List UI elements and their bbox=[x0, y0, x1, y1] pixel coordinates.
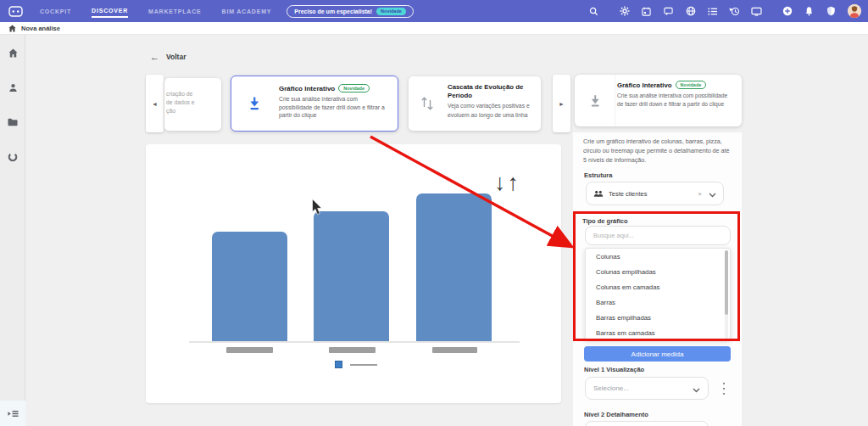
promo-novidade-badge: Novidade bbox=[376, 8, 406, 15]
nivel1-select[interactable]: Selecione... bbox=[585, 377, 709, 400]
mouse-cursor-icon bbox=[312, 199, 325, 221]
partial-line: de dados e bbox=[166, 98, 221, 107]
sidebar-user-icon[interactable] bbox=[0, 75, 25, 100]
chevron-right-icon: ► bbox=[559, 101, 565, 107]
chat-icon[interactable] bbox=[663, 6, 674, 17]
card-title: Gráfico Interativo bbox=[617, 81, 672, 89]
notifications-bell-icon[interactable] bbox=[804, 6, 815, 17]
download-icon bbox=[231, 76, 277, 131]
add-circle-icon[interactable] bbox=[782, 6, 793, 17]
history-icon[interactable] bbox=[729, 6, 740, 17]
card-title: Gráfico Interativo bbox=[279, 85, 335, 92]
estrutura-value: Teste clientes bbox=[609, 190, 647, 198]
partial-line: criação de bbox=[166, 90, 221, 98]
nivel2-select[interactable] bbox=[585, 421, 709, 426]
carousel-prev-button[interactable]: ◄ bbox=[146, 75, 164, 132]
chart-type-search-input[interactable] bbox=[585, 226, 731, 245]
promo-label: Preciso de um especialista! bbox=[294, 8, 372, 14]
back-arrow-icon: ← bbox=[150, 52, 159, 62]
left-sidebar bbox=[0, 35, 25, 426]
screen-share-icon[interactable] bbox=[751, 6, 762, 17]
estrutura-label: Estrutura bbox=[584, 171, 612, 179]
menu-marketplace[interactable]: MARKETPLACE bbox=[148, 5, 201, 17]
tick-placeholder bbox=[432, 347, 477, 353]
top-navbar: COCKPIT DISCOVER MARKETPLACE BIM ACADEMY… bbox=[0, 0, 868, 22]
breadcrumb-label[interactable]: Nova análise bbox=[21, 25, 60, 32]
tick-placeholder bbox=[329, 347, 376, 353]
user-avatar[interactable] bbox=[848, 4, 861, 18]
card-title: Cascata de Evolução de Período bbox=[448, 83, 536, 99]
menu-bim-academy[interactable]: BIM ACADEMY bbox=[222, 5, 272, 17]
app-root: COCKPIT DISCOVER MARKETPLACE BIM ACADEMY… bbox=[0, 0, 868, 426]
nivel1-placeholder: Selecione... bbox=[593, 384, 629, 392]
chevron-left-icon: ◄ bbox=[152, 101, 158, 107]
sort-direction-arrows: ↓↑ bbox=[494, 170, 520, 196]
nivel2-label: Nível 2 Detalhamento bbox=[584, 411, 648, 418]
chart-legend bbox=[335, 361, 377, 368]
legend-label-placeholder bbox=[350, 364, 377, 366]
estrutura-select[interactable]: Teste clientes × bbox=[586, 182, 724, 205]
template-card-cascata[interactable]: Cascata de Evolução de Período Veja como… bbox=[409, 76, 541, 131]
option-barras-em-camadas[interactable]: Barras em camadas bbox=[586, 325, 730, 340]
add-measure-button[interactable]: Adicionar medida bbox=[584, 346, 731, 362]
menu-discover[interactable]: DISCOVER bbox=[92, 4, 128, 18]
option-barras-empilhadas[interactable]: Barras empilhadas bbox=[586, 310, 730, 325]
tick-placeholder bbox=[226, 347, 273, 353]
back-label: Voltar bbox=[166, 53, 186, 61]
shield-icon[interactable] bbox=[826, 6, 837, 17]
bar-2 bbox=[314, 211, 389, 342]
dropdown-scrollbar bbox=[725, 250, 728, 339]
bar-3 bbox=[416, 193, 492, 342]
option-colunas-em-camadas[interactable]: Colunas em camadas bbox=[586, 279, 730, 294]
card-description-line: Veja como variações positivas e bbox=[448, 102, 536, 109]
sort-arrows-icon bbox=[409, 76, 446, 131]
settings-gear-icon[interactable] bbox=[619, 6, 630, 17]
sidebar-folder-icon[interactable] bbox=[0, 109, 25, 135]
back-button[interactable]: ← Voltar bbox=[150, 52, 186, 62]
partial-line: ção bbox=[166, 107, 221, 115]
brand-logo-icon[interactable] bbox=[8, 6, 23, 17]
card-description: Crie sua análise interativa com possibil… bbox=[279, 95, 392, 120]
specialist-promo-button[interactable]: Preciso de um especialista! Novidade bbox=[287, 5, 414, 18]
nivel1-more-options-icon[interactable] bbox=[720, 383, 728, 395]
expand-menu-icon[interactable] bbox=[0, 401, 25, 426]
chevron-down-icon[interactable] bbox=[709, 186, 716, 201]
chart-type-dropdown-list: Colunas Colunas empilhadas Colunas em ca… bbox=[585, 248, 731, 340]
calendar-icon[interactable] bbox=[641, 6, 652, 17]
sidebar-circle-icon[interactable] bbox=[0, 144, 25, 170]
clear-selection-icon[interactable]: × bbox=[698, 190, 702, 198]
breadcrumb: Nova análise bbox=[0, 22, 868, 35]
novidade-badge: Novidade bbox=[676, 81, 707, 89]
chart-preview: ↓↑ bbox=[146, 144, 561, 403]
nivel1-label: Nível 1 Visualização bbox=[584, 366, 644, 373]
chevron-down-icon[interactable] bbox=[693, 381, 700, 396]
selected-template-summary-card: Gráfico Interativo Novidade Crie sua aná… bbox=[575, 75, 742, 126]
carousel-next-button[interactable]: ► bbox=[553, 75, 570, 132]
bar-1 bbox=[212, 232, 287, 342]
carousel-partial-card[interactable]: criação de de dados e ção bbox=[164, 78, 221, 131]
scrollbar-thumb[interactable] bbox=[725, 250, 728, 315]
download-icon bbox=[575, 75, 615, 126]
navbar-icons bbox=[588, 4, 861, 18]
group-icon bbox=[593, 186, 604, 201]
tipo-grafico-label: Tipo de gráfico bbox=[582, 217, 628, 225]
option-colunas[interactable]: Colunas bbox=[586, 249, 730, 264]
card-description-line: evoluem ao longo de uma linha bbox=[448, 111, 536, 119]
option-barras[interactable]: Barras bbox=[586, 294, 730, 310]
home-icon[interactable] bbox=[8, 20, 16, 36]
search-icon[interactable] bbox=[588, 6, 599, 17]
legend-marker bbox=[335, 361, 342, 368]
list-menu-icon[interactable] bbox=[707, 6, 718, 17]
novidade-badge: Novidade bbox=[338, 84, 370, 92]
main-menu: COCKPIT DISCOVER MARKETPLACE BIM ACADEMY bbox=[40, 4, 271, 18]
template-long-description: Crie um gráfico interativo de colunas, b… bbox=[583, 137, 734, 165]
menu-cockpit[interactable]: COCKPIT bbox=[40, 5, 71, 17]
card-description: Crie sua análise interativa com possibil… bbox=[617, 92, 734, 108]
option-colunas-empilhadas[interactable]: Colunas empilhadas bbox=[586, 264, 730, 279]
template-card-grafico-interativo[interactable]: Gráfico Interativo Novidade Crie sua aná… bbox=[231, 76, 398, 132]
x-axis-line bbox=[189, 341, 520, 343]
globe-icon[interactable] bbox=[685, 6, 696, 17]
sidebar-home-icon[interactable] bbox=[0, 40, 25, 65]
